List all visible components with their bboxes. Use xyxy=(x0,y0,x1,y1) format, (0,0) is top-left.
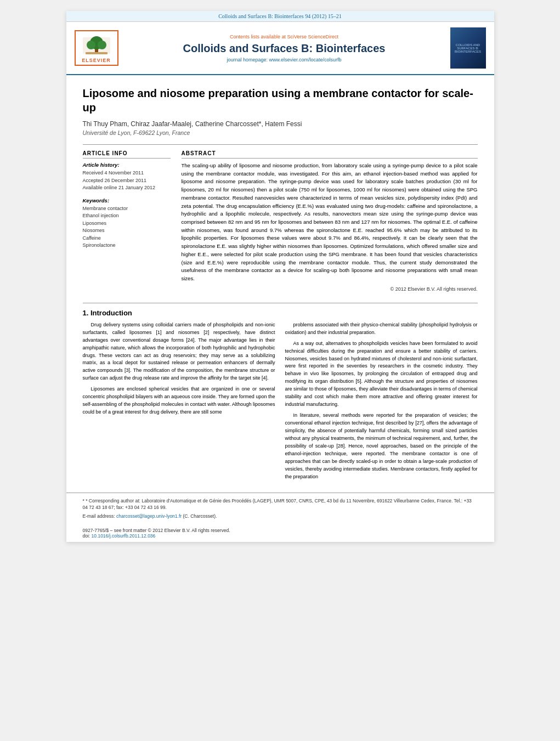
intro-p1: Drug delivery systems using colloidal ca… xyxy=(83,321,275,383)
received-date: Received 4 November 2011 xyxy=(83,169,171,177)
cover-thumbnail: COLLOIDS AND SURFACES B: BIOINTERFACES xyxy=(450,27,486,69)
doi-text: doi: 10.1016/j.colsurfb.2011.12.036 xyxy=(83,533,478,539)
svg-rect-5 xyxy=(86,52,108,54)
header-divider xyxy=(83,144,478,145)
introduction-columns: Drug delivery systems using colloidal ca… xyxy=(83,321,478,484)
keyword-spironolactone: Spironolactone xyxy=(83,242,171,250)
intro-paragraph-1: Drug delivery systems using colloidal ca… xyxy=(83,321,275,416)
intro-p3: problems associated with their physico-c… xyxy=(285,321,478,337)
keyword-liposomes: Liposomes xyxy=(83,220,171,228)
intro-right-column: problems associated with their physico-c… xyxy=(285,321,478,484)
keyword-ethanol: Ethanol injection xyxy=(83,212,171,220)
email-name: (C. Charcosset). xyxy=(183,513,217,519)
keywords-label: Keywords: xyxy=(83,197,171,203)
doi-label: doi: xyxy=(83,533,90,539)
journal-header: ELSEVIER Contents lists available at Sci… xyxy=(66,22,494,75)
email-address: charcosset@lagep.univ-lyon1.fr xyxy=(116,513,182,519)
keyword-membrane: Membrane contactor xyxy=(83,205,171,213)
sciverse-text: Contents lists available at SciVerse Sci… xyxy=(230,34,338,39)
intro-p4: As a way out, alternatives to phospholip… xyxy=(285,340,478,409)
author-list: Thi Thuy Pham, Chiraz Jaafar-Maalej, Cat… xyxy=(83,120,478,128)
citation-text: Colloids and Surfaces B: Biointerfaces 9… xyxy=(218,13,342,19)
sciverse-link: Contents lists available at SciVerse Sci… xyxy=(124,34,445,39)
journal-citation-bar: Colloids and Surfaces B: Biointerfaces 9… xyxy=(66,11,494,22)
homepage-url: www.elsevier.com/locate/colsurfb xyxy=(269,57,342,63)
article-history-label: Article history: xyxy=(83,162,171,168)
svg-point-3 xyxy=(87,41,95,49)
footnote-corresponding: * * Corresponding author at: Laboratoire… xyxy=(83,497,478,512)
elsevier-logo: ELSEVIER xyxy=(75,30,118,66)
abstract-panel: ABSTRACT The scaling-up ability of lipos… xyxy=(182,150,478,292)
issn-section: 0927-7765/$ – see front matter © 2012 El… xyxy=(66,524,494,542)
section-number: 1. xyxy=(83,309,90,317)
elsevier-logo-box: ELSEVIER xyxy=(75,30,118,66)
intro-left-column: Drug delivery systems using colloidal ca… xyxy=(83,321,275,484)
cover-thumbnail-text: COLLOIDS AND SURFACES B: BIOINTERFACES xyxy=(452,43,484,53)
intro-p2: Liposomes are enclosed spherical vesicle… xyxy=(83,386,275,416)
academic-paper-page: Colloids and Surfaces B: Biointerfaces 9… xyxy=(66,11,494,542)
doi-value: 10.1016/j.colsurfb.2011.12.036 xyxy=(92,533,156,539)
available-online: Available online 21 January 2012 xyxy=(83,184,171,192)
elsevier-wordmark: ELSEVIER xyxy=(82,58,111,63)
introduction-title: 1. Introduction xyxy=(83,309,478,317)
article-info-heading: ARTICLE INFO xyxy=(83,150,171,159)
email-label: E-mail address: xyxy=(83,513,115,519)
affiliation: Université de Lyon, F-69622 Lyon, France xyxy=(83,129,478,136)
section-title-text: Introduction xyxy=(90,309,132,317)
article-title: Liposome and niosome preparation using a… xyxy=(83,86,478,115)
article-header-section: Liposome and niosome preparation using a… xyxy=(66,75,494,303)
info-abstract-row: ARTICLE INFO Article history: Received 4… xyxy=(83,150,478,292)
issn-number: 0927-7765/$ – see front matter © 2012 El… xyxy=(83,528,230,533)
journal-cover-image: COLLOIDS AND SURFACES B: BIOINTERFACES xyxy=(450,27,486,69)
keyword-caffeine: Caffeine xyxy=(83,235,171,242)
issn-text: 0927-7765/$ – see front matter © 2012 El… xyxy=(83,528,478,533)
journal-title-block: Contents lists available at SciVerse Sci… xyxy=(124,34,445,63)
journal-full-title: Colloids and Surfaces B: Biointerfaces xyxy=(124,42,445,55)
elsevier-tree-icon xyxy=(80,33,113,58)
svg-point-4 xyxy=(98,41,106,49)
accepted-date: Accepted 26 December 2011 xyxy=(83,177,171,185)
journal-homepage-line: journal homepage: www.elsevier.com/locat… xyxy=(124,57,445,63)
footnote-section: * * Corresponding author at: Laboratoire… xyxy=(66,493,494,524)
abstract-heading: ABSTRACT xyxy=(182,150,478,159)
copyright-notice: © 2012 Elsevier B.V. All rights reserved… xyxy=(182,286,478,292)
introduction-section: 1. Introduction Drug delivery systems us… xyxy=(66,303,494,490)
keyword-niosomes: Niosomes xyxy=(83,227,171,235)
footnote-email: E-mail address: charcosset@lagep.univ-ly… xyxy=(83,513,478,520)
intro-p5: In literature, several methods were repo… xyxy=(285,412,478,480)
footnote-author-info: * Corresponding author at: Laboratoire d… xyxy=(83,498,472,511)
article-info-panel: ARTICLE INFO Article history: Received 4… xyxy=(83,150,171,292)
abstract-body: The scaling-up ability of liposome and n… xyxy=(182,162,478,283)
intro-paragraph-right: problems associated with their physico-c… xyxy=(285,321,478,481)
homepage-label: journal homepage: xyxy=(227,57,268,63)
